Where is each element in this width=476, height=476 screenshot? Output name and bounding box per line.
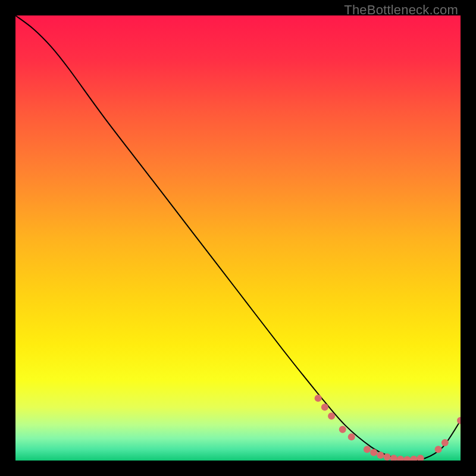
curve-marker bbox=[370, 449, 377, 456]
curve-marker bbox=[441, 439, 449, 446]
curve-marker bbox=[384, 453, 391, 461]
plot-area bbox=[15, 15, 461, 461]
curve-layer bbox=[15, 15, 461, 461]
curve-marker bbox=[315, 394, 322, 402]
curve-marker bbox=[364, 446, 371, 453]
curve-marker bbox=[377, 452, 384, 459]
curve-marker bbox=[348, 433, 355, 440]
curve-marker bbox=[328, 412, 335, 419]
curve-marker bbox=[390, 455, 397, 461]
curve-marker bbox=[403, 456, 411, 461]
curve-marker bbox=[321, 403, 328, 411]
curve-markers bbox=[315, 394, 461, 461]
chart-stage: TheBottleneck.com bbox=[0, 0, 476, 476]
curve-marker bbox=[457, 417, 461, 424]
curve-marker bbox=[417, 455, 424, 461]
curve-marker bbox=[435, 446, 442, 453]
bottleneck-curve bbox=[15, 15, 461, 461]
curve-marker bbox=[397, 456, 404, 461]
curve-marker bbox=[339, 426, 346, 433]
curve-marker bbox=[410, 456, 417, 461]
